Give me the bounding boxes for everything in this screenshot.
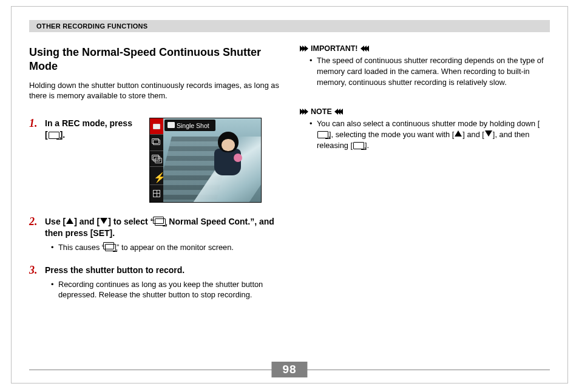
drive-mode-icon (49, 132, 59, 139)
drive-mode-icon (317, 131, 328, 138)
lcd-mode-label: Single Shot (164, 120, 215, 131)
step-1-number: 1. (29, 118, 45, 140)
down-arrow-icon (100, 218, 107, 224)
page-title: Using the Normal-Speed Continuous Shutte… (29, 46, 283, 74)
step-2-mid1: ] and [ (74, 217, 100, 226)
drive-mode-icon (353, 142, 364, 149)
arrows-right-icon (300, 46, 307, 52)
step-3-number: 3. (29, 265, 45, 300)
lcd-mode-high-cont (150, 151, 163, 167)
lcd-mode-normal-cont (150, 135, 163, 151)
step-1-text: In a REC mode, press []. (45, 118, 132, 139)
note-bullet-post: ]. (365, 141, 369, 150)
step-2: 2. Use [] and [] to select “ Normal Spee… (29, 216, 283, 252)
down-arrow-icon (485, 130, 492, 137)
left-column: Using the Normal-Speed Continuous Shutte… (29, 46, 283, 304)
arrows-left-icon (336, 109, 343, 115)
note-heading: NOTE (300, 107, 550, 116)
lcd-mode-single-selected (150, 118, 163, 135)
page-number: 98 (271, 362, 307, 377)
lcd-mode-multi (150, 185, 163, 203)
note-bullet: You can also select a continuous shutter… (300, 118, 550, 151)
step-3: 3. Press the shutter button to record. R… (29, 265, 283, 300)
arrows-left-icon (362, 46, 369, 52)
lcd-child-body (214, 149, 241, 175)
normal-cont-icon (105, 244, 116, 251)
step-2-number: 2. (29, 216, 45, 252)
note-bullet-pre: You can also select a continuous shutter… (317, 119, 540, 128)
step-2-text: Use [] and [] to select “ Normal Speed C… (45, 217, 274, 237)
important-label: IMPORTANT! (311, 44, 358, 53)
lcd-child-face (222, 139, 235, 151)
step-2-bullet-post: ” to appear on the monitor screen. (117, 243, 234, 252)
lcd-mode-sidebar: ⚡ (150, 118, 163, 202)
important-bullet: The speed of continuous shutter recordin… (300, 55, 550, 88)
step-2-bullet-pre: This causes “ (58, 243, 104, 252)
intro-paragraph: Holding down the shutter button continuo… (29, 80, 283, 101)
step-2-mid2: ] to select “ (108, 217, 154, 226)
note-bullet-mid1: ], selecting the mode you want with [ (329, 130, 454, 139)
camera-lcd-image: ⚡ Single Shot (149, 118, 262, 203)
note-bullet-mid2: ] and [ (462, 130, 484, 139)
step-2-pre: Use [ (45, 217, 66, 226)
step-1: 1. In a REC mode, press []. (29, 118, 136, 140)
step-2-bullet: This causes “” to appear on the monitor … (45, 242, 283, 252)
important-heading: IMPORTANT! (300, 44, 550, 53)
arrows-right-icon (300, 109, 307, 115)
up-arrow-icon (455, 130, 462, 137)
up-arrow-icon (66, 218, 73, 224)
step-1-post: ]. (60, 130, 66, 140)
lcd-mode-flash-cont: ⚡ (150, 167, 163, 185)
step-1-row: 1. In a REC mode, press []. ⚡ (29, 118, 283, 203)
section-header-bar: OTHER RECORDING FUNCTIONS (29, 20, 550, 32)
section-header-text: OTHER RECORDING FUNCTIONS (36, 22, 148, 30)
normal-cont-icon (155, 218, 166, 226)
step-3-text: Press the shutter button to record. (45, 265, 283, 275)
right-column: IMPORTANT! The speed of continuous shutt… (300, 44, 550, 170)
note-label: NOTE (311, 107, 332, 116)
step-3-bullet: Recording continues as long as you keep … (45, 279, 283, 300)
